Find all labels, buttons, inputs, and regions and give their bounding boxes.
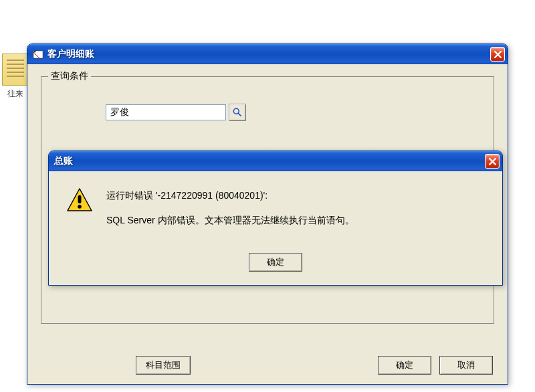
- search-icon: [233, 108, 242, 117]
- error-dialog-body: 运行时错误 '-2147220991 (80040201)': SQL Serv…: [49, 171, 502, 285]
- main-button-row: 科目范围 确定 取消: [27, 356, 508, 375]
- groupbox-label: 查询条件: [48, 70, 91, 82]
- error-content: 运行时错误 '-2147220991 (80040201)': SQL Serv…: [62, 187, 489, 237]
- error-ok-button[interactable]: 确定: [249, 253, 302, 272]
- close-icon: [494, 51, 502, 58]
- ok-button[interactable]: 确定: [378, 356, 431, 375]
- error-dialog-title: 总账: [54, 155, 485, 167]
- error-dialog: 总账 运行时错误 '-2147220991 (80040201)': SQL S…: [48, 151, 503, 286]
- error-text: 运行时错误 '-2147220991 (80040201)': SQL Serv…: [106, 187, 489, 237]
- scope-button[interactable]: 科目范围: [136, 356, 191, 375]
- svg-rect-5: [78, 195, 82, 203]
- app-icon: [33, 49, 43, 60]
- main-close-button[interactable]: [490, 47, 505, 62]
- error-button-row: 确定: [62, 253, 489, 272]
- error-line-2: SQL Server 内部错误。文本管理器无法继续执行当前语句。: [106, 212, 489, 229]
- error-line-1: 运行时错误 '-2147220991 (80040201)':: [106, 187, 489, 204]
- cancel-button[interactable]: 取消: [439, 356, 493, 375]
- search-input[interactable]: [106, 104, 226, 120]
- warning-icon: [66, 187, 93, 213]
- svg-point-6: [78, 205, 82, 209]
- error-titlebar[interactable]: 总账: [49, 151, 502, 171]
- error-close-button[interactable]: [485, 154, 500, 169]
- search-button[interactable]: [229, 104, 246, 121]
- close-icon: [489, 158, 496, 165]
- svg-point-2: [34, 51, 36, 53]
- document-icon: [2, 54, 29, 86]
- search-row: [106, 104, 483, 121]
- svg-line-4: [238, 113, 241, 116]
- main-window-title: 客户明细账: [47, 48, 490, 60]
- main-titlebar[interactable]: 客户明细账: [27, 44, 508, 64]
